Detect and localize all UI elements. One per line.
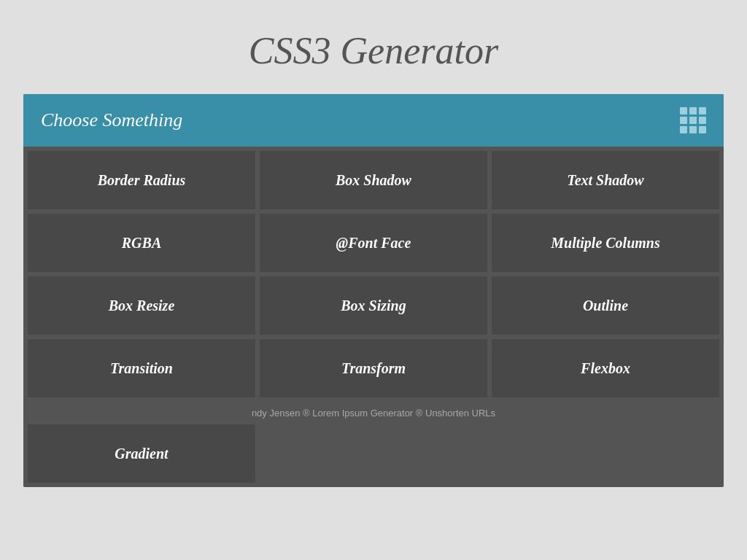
grid-view-icon[interactable] [680,107,706,133]
grid-item-border-radius[interactable]: Border Radius [28,151,255,209]
grid-icon-cell [699,126,706,133]
grid-item-transition[interactable]: Transition [28,339,255,397]
grid-item-rgba[interactable]: RGBA [28,214,255,272]
footer-text: ndy Jensen ® Lorem Ipsum Generator ® Uns… [252,408,495,419]
grid-item-multiple-columns[interactable]: Multiple Columns [492,214,719,272]
grid-icon-cell [699,107,706,114]
header-bar: Choose Something [23,94,724,147]
grid-icon-cell [689,107,697,114]
gradient-row: Gradient [23,424,724,487]
grid-item-box-sizing[interactable]: Box Sizing [260,276,487,335]
footer-bar: ndy Jensen ® Lorem Ipsum Generator ® Uns… [23,402,724,424]
grid-item-text-shadow[interactable]: Text Shadow [492,151,719,209]
grid-icon-cell [680,107,687,114]
main-container: Choose Something Border Radius Box Shado… [23,94,724,487]
grid-icon-cell [689,126,697,133]
grid-icon-cell [699,117,706,124]
items-grid: Border Radius Box Shadow Text Shadow RGB… [23,147,724,402]
grid-item-font-face[interactable]: @Font Face [260,214,487,272]
grid-item-box-resize[interactable]: Box Resize [28,276,255,335]
grid-item-gradient[interactable]: Gradient [28,424,255,483]
grid-icon-cell [680,117,687,124]
grid-item-flexbox[interactable]: Flexbox [492,339,719,397]
grid-icon-cell [689,117,697,124]
page-title: CSS3 Generator [249,29,498,72]
header-title: Choose Something [41,109,182,131]
grid-item-box-shadow[interactable]: Box Shadow [260,151,487,209]
grid-icon-cell [680,126,687,133]
grid-item-transform[interactable]: Transform [260,339,487,397]
grid-item-outline[interactable]: Outline [492,276,719,335]
